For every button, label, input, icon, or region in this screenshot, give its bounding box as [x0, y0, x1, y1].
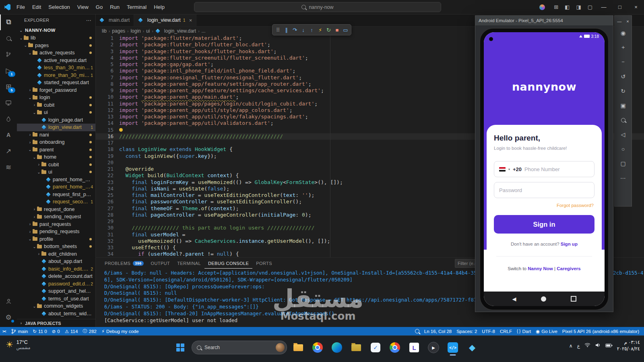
breadcrumb-item[interactable]: ui: [146, 28, 150, 34]
tree-folder-login[interactable]: ⌄login: [17, 94, 95, 101]
sign-in-button[interactable]: Sign in: [494, 215, 594, 234]
tree-file-about-app-dart[interactable]: about_app.dart: [17, 258, 95, 265]
menu-terminal[interactable]: Terminal: [123, 4, 150, 10]
taskbar-app-todo[interactable]: ✓: [367, 339, 384, 356]
breadcrumb-item[interactable]: lib: [102, 28, 107, 34]
tree-file-request-second-[interactable]: request_second_...1: [17, 198, 95, 206]
status-indentation[interactable]: Spaces: 2: [454, 327, 479, 335]
emulator-volume-up-icon[interactable]: ＋: [615, 40, 632, 55]
tree-file-parent-home-page-d-[interactable]: parent_home_page.d...: [17, 176, 95, 184]
step-over-icon[interactable]: ↷: [291, 27, 299, 33]
taskbar-app-edge[interactable]: [329, 339, 345, 356]
android-back-button[interactable]: ◀: [512, 296, 516, 302]
menu-file[interactable]: File: [13, 4, 29, 10]
taskbar-search[interactable]: Search: [192, 341, 287, 354]
tree-file-delete-account-dart[interactable]: delete_account.dart: [17, 273, 95, 280]
layout-customize-icon[interactable]: ⊞: [551, 4, 561, 10]
emulator-minimize-icon[interactable]: —: [617, 19, 621, 24]
status-encoding[interactable]: UTF-8: [479, 327, 497, 335]
search-icon[interactable]: [0, 30, 17, 46]
toggle-secondary-sidebar-icon[interactable]: ▢: [584, 4, 596, 10]
tree-folder-ui[interactable]: ⌄ui: [17, 168, 95, 176]
emulator-zoom-icon[interactable]: [615, 113, 632, 127]
tab-login_view-dart[interactable]: login_view.dart1×: [134, 14, 196, 26]
explorer-actions-icon[interactable]: ⋯: [86, 17, 91, 23]
password-input[interactable]: Password: [494, 182, 594, 198]
hot-reload-icon[interactable]: ⚡: [316, 27, 324, 33]
emulator-back-icon[interactable]: ◁: [615, 127, 632, 142]
status-remote[interactable]: ><: [0, 327, 8, 335]
android-home-button[interactable]: [541, 296, 546, 302]
tree-file-active-request-dart[interactable]: active_request.dart: [17, 57, 95, 64]
menu-view[interactable]: View: [74, 4, 92, 10]
taskbar-app-vscode[interactable]: </>: [445, 339, 461, 356]
tree-file-basic-info-edit-dart[interactable]: basic_info_edit.dart2: [17, 265, 95, 273]
tray-chevron-icon[interactable]: ∧: [569, 343, 573, 349]
menu-selection[interactable]: Selection: [45, 4, 73, 10]
tab-main-dart[interactable]: main.dart: [95, 14, 134, 26]
tree-folder-onboarding[interactable]: ›onboarding: [17, 139, 95, 146]
inspector-icon[interactable]: ▭: [341, 27, 350, 33]
explorer-icon[interactable]: ⧉: [0, 14, 17, 30]
status-sync[interactable]: ↻11 0: [30, 327, 49, 335]
status-info[interactable]: ⓘ282: [80, 327, 99, 335]
panel-tab-output[interactable]: OUTPUT: [147, 258, 174, 269]
share-icon[interactable]: ↗: [0, 143, 17, 159]
remote-explorer-icon[interactable]: [0, 95, 17, 111]
tree-file-terms-of-use-dart[interactable]: terms_of_use.dart: [17, 295, 95, 303]
weather-widget[interactable]: ☀ 17°C مشمس: [2, 339, 33, 350]
docker-icon[interactable]: ≋: [0, 159, 17, 175]
status-go-live[interactable]: ◉Go Live: [533, 327, 560, 335]
language-indicator[interactable]: ع: [577, 343, 580, 349]
emulator-rotate-left-icon[interactable]: ↺: [615, 69, 632, 84]
tree-file-password-edit-dart[interactable]: password_edit.dart2: [17, 280, 95, 288]
volume-icon[interactable]: [595, 343, 601, 349]
menu-edit[interactable]: Edit: [29, 4, 45, 10]
emulator-overview-icon[interactable]: ▢: [615, 156, 632, 171]
taskbar-app-folder[interactable]: [348, 339, 364, 356]
taskbar-app-media-player[interactable]: ▶: [425, 339, 442, 356]
tree-folder-home[interactable]: ⌄home: [17, 153, 95, 161]
panel-tab-problems[interactable]: PROBLEMS396: [101, 258, 147, 269]
tree-folder-active-requests[interactable]: ⌄active_requests: [17, 49, 95, 57]
tree-file-more-than-30-min-[interactable]: more_than_30_min...1: [17, 72, 95, 79]
hot-restart-icon[interactable]: ↻: [324, 27, 333, 33]
start-button[interactable]: [172, 339, 188, 356]
status-language-mode[interactable]: { }Dart: [514, 327, 533, 335]
tree-folder-profile[interactable]: ⌄profile: [17, 236, 95, 243]
tree-file-request-first-page-dart[interactable]: request_first_page.dart: [17, 191, 95, 199]
tree-folder-ui[interactable]: ⌄ui: [17, 109, 95, 116]
breadcrumb-item[interactable]: login: [130, 28, 140, 34]
emulator-more-icon[interactable]: ⋯: [615, 171, 632, 185]
battery-icon[interactable]: [605, 343, 613, 349]
emulator-power-icon[interactable]: ◉: [615, 26, 632, 40]
panel-tab-ports[interactable]: PORTS: [252, 258, 276, 269]
emulator-rotate-right-icon[interactable]: ↻: [615, 84, 632, 98]
sign-up-link[interactable]: Sign up: [561, 242, 578, 246]
tree-folder-request-done[interactable]: ›request_done: [17, 206, 95, 213]
step-into-icon[interactable]: ↓: [299, 27, 308, 33]
taskbar-app-chrome[interactable]: [310, 339, 326, 356]
lightbulb-icon[interactable]: [119, 128, 123, 132]
switch-caregivers-link[interactable]: Caregivers: [557, 266, 580, 271]
java-projects-section[interactable]: › JAVA PROJECTS: [17, 319, 95, 327]
taskbar-app-libreoffice[interactable]: L: [406, 339, 422, 356]
clock-widget[interactable]: ٠٣:١٤ م ٢٠٢٥/٠٨/٢٤: [617, 339, 640, 352]
close-tab-icon[interactable]: ×: [189, 17, 192, 23]
android-recents-button[interactable]: [571, 296, 576, 302]
wifi-icon[interactable]: [584, 343, 590, 349]
pause-icon[interactable]: ∥: [282, 27, 291, 33]
water-drop-icon[interactable]: [0, 111, 17, 127]
phone-number-input[interactable]: ▾ +20 Phone Number: [494, 161, 594, 177]
tree-file-parent-home-vi-[interactable]: parent_home_vi...4: [17, 183, 95, 191]
taskbar-app-browser[interactable]: [387, 339, 403, 356]
window-close[interactable]: ×: [628, 0, 644, 14]
letter-a-icon[interactable]: A: [0, 127, 17, 143]
emulator-screenshot-icon[interactable]: ▣: [615, 98, 632, 113]
tree-folder-common-widgets[interactable]: ⌄common_widgets: [17, 302, 95, 310]
status-debug-config[interactable]: ⚡Debug my code: [99, 327, 141, 335]
status-cursor-position[interactable]: Ln 16, Col 28: [422, 327, 454, 335]
taskbar-app-flutter[interactable]: ◆: [464, 339, 480, 356]
tree-file-started-request-dart[interactable]: started_request.dart: [17, 79, 95, 87]
status-branch[interactable]: main: [8, 327, 31, 335]
